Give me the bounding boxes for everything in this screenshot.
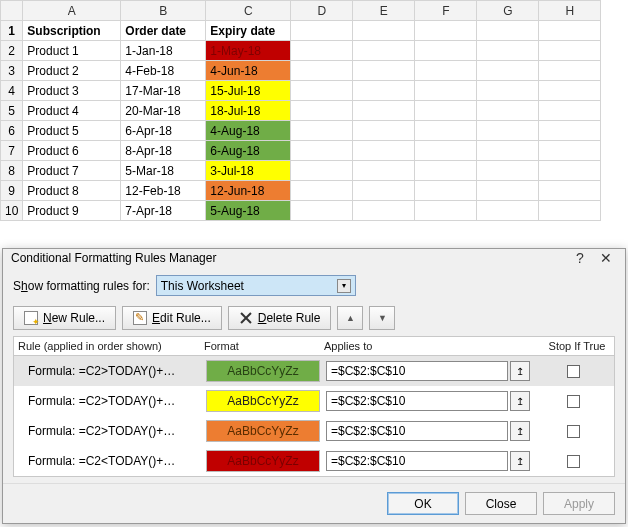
- row-header[interactable]: 6: [1, 121, 23, 141]
- cell[interactable]: [291, 21, 353, 41]
- column-header[interactable]: B: [121, 1, 206, 21]
- cell[interactable]: [291, 81, 353, 101]
- cell[interactable]: [477, 121, 539, 141]
- cell[interactable]: 6-Aug-18: [206, 141, 291, 161]
- cell[interactable]: 1-May-18: [206, 41, 291, 61]
- cell[interactable]: [539, 161, 601, 181]
- applies-to-input[interactable]: [326, 451, 508, 471]
- cell[interactable]: Product 3: [23, 81, 121, 101]
- cell[interactable]: [291, 181, 353, 201]
- cell[interactable]: [415, 161, 477, 181]
- cell[interactable]: 12-Feb-18: [121, 181, 206, 201]
- cell[interactable]: 4-Jun-18: [206, 61, 291, 81]
- cell[interactable]: Order date: [121, 21, 206, 41]
- row-header[interactable]: 2: [1, 41, 23, 61]
- cell[interactable]: [415, 181, 477, 201]
- cell[interactable]: Product 9: [23, 201, 121, 221]
- cell[interactable]: 12-Jun-18: [206, 181, 291, 201]
- stop-if-true-checkbox[interactable]: [567, 365, 580, 378]
- row-header[interactable]: 5: [1, 101, 23, 121]
- cell[interactable]: 5-Aug-18: [206, 201, 291, 221]
- cell[interactable]: [353, 181, 415, 201]
- cell[interactable]: [415, 141, 477, 161]
- cell[interactable]: Product 5: [23, 121, 121, 141]
- cell[interactable]: [415, 21, 477, 41]
- rule-row[interactable]: Formula: =C2<TODAY()+…AaBbCcYyZz↥: [14, 446, 614, 476]
- cell[interactable]: 4-Aug-18: [206, 121, 291, 141]
- row-header[interactable]: 10: [1, 201, 23, 221]
- cell[interactable]: Product 7: [23, 161, 121, 181]
- cell[interactable]: [353, 121, 415, 141]
- edit-rule-button[interactable]: Edit Rule...: [122, 306, 222, 330]
- cell[interactable]: [539, 21, 601, 41]
- dialog-titlebar[interactable]: Conditional Formatting Rules Manager ? ✕: [3, 249, 625, 267]
- cell[interactable]: [477, 101, 539, 121]
- spreadsheet-grid[interactable]: ABCDEFGH 1SubscriptionOrder dateExpiry d…: [0, 0, 601, 221]
- cell[interactable]: [353, 101, 415, 121]
- cell[interactable]: Subscription: [23, 21, 121, 41]
- cell[interactable]: 17-Mar-18: [121, 81, 206, 101]
- range-picker-icon[interactable]: ↥: [510, 361, 530, 381]
- move-up-button[interactable]: ▲: [337, 306, 363, 330]
- cell[interactable]: [291, 41, 353, 61]
- cell[interactable]: [477, 161, 539, 181]
- cell[interactable]: [415, 81, 477, 101]
- cell[interactable]: [291, 141, 353, 161]
- cell[interactable]: 1-Jan-18: [121, 41, 206, 61]
- column-header[interactable]: F: [415, 1, 477, 21]
- cell[interactable]: 5-Mar-18: [121, 161, 206, 181]
- column-header[interactable]: D: [291, 1, 353, 21]
- cell[interactable]: [477, 41, 539, 61]
- stop-if-true-checkbox[interactable]: [567, 455, 580, 468]
- column-header[interactable]: A: [23, 1, 121, 21]
- move-down-button[interactable]: ▼: [369, 306, 395, 330]
- cell[interactable]: [415, 61, 477, 81]
- cell[interactable]: 18-Jul-18: [206, 101, 291, 121]
- cell[interactable]: 20-Mar-18: [121, 101, 206, 121]
- cell[interactable]: [353, 81, 415, 101]
- range-picker-icon[interactable]: ↥: [510, 451, 530, 471]
- cell[interactable]: 3-Jul-18: [206, 161, 291, 181]
- applies-to-input[interactable]: [326, 421, 508, 441]
- cell[interactable]: [477, 81, 539, 101]
- row-header[interactable]: 1: [1, 21, 23, 41]
- cell[interactable]: 8-Apr-18: [121, 141, 206, 161]
- cell[interactable]: [477, 141, 539, 161]
- cell[interactable]: [415, 201, 477, 221]
- cell[interactable]: [539, 61, 601, 81]
- cell[interactable]: [353, 61, 415, 81]
- apply-button[interactable]: Apply: [543, 492, 615, 515]
- cell[interactable]: [353, 21, 415, 41]
- cell[interactable]: Product 6: [23, 141, 121, 161]
- range-picker-icon[interactable]: ↥: [510, 391, 530, 411]
- applies-to-input[interactable]: [326, 391, 508, 411]
- cell[interactable]: [477, 201, 539, 221]
- row-header[interactable]: 9: [1, 181, 23, 201]
- cell[interactable]: [539, 101, 601, 121]
- cell[interactable]: 15-Jul-18: [206, 81, 291, 101]
- cell[interactable]: Product 8: [23, 181, 121, 201]
- applies-to-input[interactable]: [326, 361, 508, 381]
- column-header[interactable]: G: [477, 1, 539, 21]
- range-picker-icon[interactable]: ↥: [510, 421, 530, 441]
- cell[interactable]: [415, 121, 477, 141]
- cell[interactable]: Expiry date: [206, 21, 291, 41]
- stop-if-true-checkbox[interactable]: [567, 395, 580, 408]
- cell[interactable]: Product 1: [23, 41, 121, 61]
- row-header[interactable]: 4: [1, 81, 23, 101]
- cell[interactable]: [291, 121, 353, 141]
- cell[interactable]: [291, 61, 353, 81]
- row-header[interactable]: 3: [1, 61, 23, 81]
- cell[interactable]: [291, 201, 353, 221]
- help-icon[interactable]: ?: [567, 250, 593, 266]
- row-header[interactable]: 8: [1, 161, 23, 181]
- cell[interactable]: [539, 181, 601, 201]
- row-header[interactable]: 7: [1, 141, 23, 161]
- select-all-corner[interactable]: [1, 1, 23, 21]
- cell[interactable]: [539, 201, 601, 221]
- cell[interactable]: Product 4: [23, 101, 121, 121]
- show-rules-dropdown[interactable]: This Worksheet ▾: [156, 275, 356, 296]
- delete-rule-button[interactable]: Delete Rule: [228, 306, 332, 330]
- cell[interactable]: 6-Apr-18: [121, 121, 206, 141]
- cell[interactable]: [539, 41, 601, 61]
